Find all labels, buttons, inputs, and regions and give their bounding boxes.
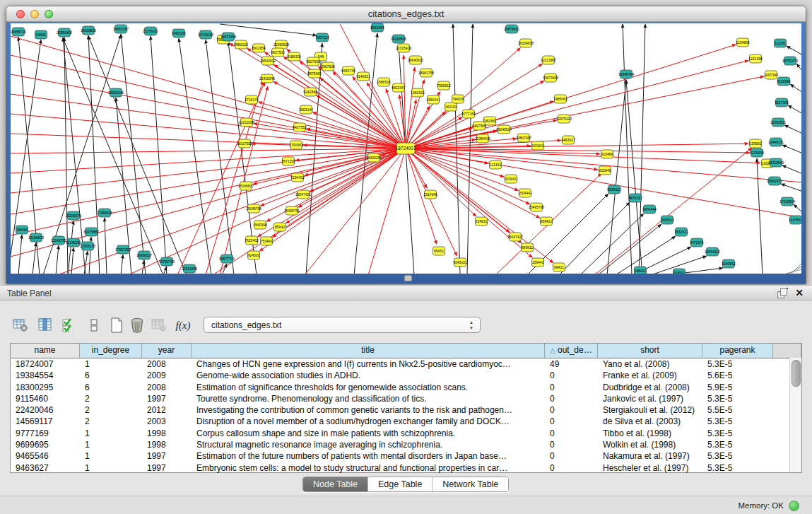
graph-node-yellow[interactable]: 85942 <box>274 223 286 231</box>
citation-edge-red[interactable] <box>312 112 406 148</box>
table-cell[interactable]: 5.3E-5 <box>702 393 773 404</box>
graph-node-teal[interactable]: 9245652 <box>722 259 736 268</box>
table-row[interactable]: 946362711997Embryonic stem cells: a mode… <box>11 462 801 474</box>
citation-edge[interactable] <box>787 46 801 55</box>
column-header-title[interactable]: title <box>192 344 545 358</box>
table-cell[interactable]: 9699695 <box>11 439 80 450</box>
graph-node-yellow[interactable]: 1504441 <box>518 189 532 197</box>
table-cell[interactable]: 5.3E-5 <box>702 358 773 370</box>
graph-node-teal[interactable]: 15276021 <box>143 27 158 35</box>
graph-node-yellow[interactable]: 7625402 <box>245 236 259 245</box>
column-header-in_degree[interactable]: in_degree <box>80 344 142 358</box>
graph-node-yellow[interactable]: 9242848 <box>303 88 317 96</box>
tab-edge-table[interactable]: Edge Table <box>368 477 433 491</box>
graph-node-teal[interactable]: 8471676 <box>690 238 704 247</box>
graph-node-teal[interactable]: 8215938 <box>750 148 764 157</box>
graph-node-yellow[interactable]: 9827505 <box>271 48 285 57</box>
graph-node-teal[interactable]: 20891406 <box>57 28 72 37</box>
graph-node-yellow[interactable]: 16154838 <box>518 39 534 47</box>
table-cell[interactable]: 1 <box>80 450 142 462</box>
graph-node-yellow[interactable]: 2803144 <box>299 105 313 114</box>
graph-node-yellow[interactable]: 156441 <box>532 258 544 267</box>
graph-node-teal[interactable]: 15892971 <box>767 177 782 185</box>
citation-edge-red[interactable] <box>406 100 416 148</box>
graph-node-yellow[interactable]: 1097349 <box>764 71 778 79</box>
table-cell[interactable]: 22420046 <box>11 404 80 416</box>
graph-node-teal[interactable]: 10653287 <box>113 25 129 33</box>
graph-node-yellow[interactable]: 6497568 <box>472 122 486 130</box>
graph-node-teal[interactable]: 12444131 <box>768 138 784 146</box>
citation-edge[interactable] <box>121 255 123 274</box>
table-cell[interactable]: 2009 <box>142 370 192 381</box>
graph-node-yellow[interactable]: 7485063 <box>553 95 567 103</box>
table-cell[interactable]: 1997 <box>142 450 192 462</box>
graph-node-teal[interactable]: 16648784 <box>618 70 634 78</box>
graph-node-yellow[interactable]: 621601 <box>532 141 544 150</box>
graph-node-yellow[interactable]: 859421 <box>541 217 553 226</box>
citation-edge[interactable] <box>784 125 801 134</box>
table-header-row[interactable]: namein_degreeyeartitle△out_de…shortpager… <box>11 344 801 358</box>
graph-hub-node[interactable]: 18724007 <box>396 143 416 154</box>
graph-node-teal[interactable]: 14671358 <box>220 33 236 41</box>
table-cell[interactable]: Yano et al. (2008) <box>598 358 702 370</box>
citation-edge[interactable] <box>68 221 73 274</box>
table-cell[interactable]: Corpus callosum shape and size in male p… <box>192 428 545 439</box>
graph-node-yellow[interactable]: 15495798 <box>529 203 544 211</box>
scrollbar-thumb[interactable] <box>792 360 801 387</box>
table-cell[interactable]: Wolkin et al. (1998) <box>598 439 702 450</box>
graph-node-yellow[interactable]: 22420046 <box>259 74 275 83</box>
resize-grip-icon[interactable] <box>786 269 801 274</box>
select-all-icon[interactable] <box>59 316 78 334</box>
citation-edge-red[interactable] <box>11 148 406 173</box>
graph-node-yellow[interactable]: 15495791 <box>284 206 300 215</box>
table-cell[interactable]: 19384554 <box>11 370 80 381</box>
graph-node-teal[interactable]: 17016504 <box>779 197 795 206</box>
graph-node-yellow[interactable]: 8186328 <box>287 52 301 61</box>
table-cell[interactable]: 2008 <box>142 358 192 370</box>
graph-node-yellow[interactable]: 12213987 <box>541 56 556 64</box>
table-cell[interactable]: Disruption of a novel member of a sodium… <box>192 416 545 427</box>
table-cell[interactable]: 6 <box>80 370 142 381</box>
table-cell[interactable]: 18300295 <box>11 382 80 393</box>
table-cell[interactable]: 5.3E-5 <box>702 428 773 439</box>
import-table-icon[interactable] <box>150 316 168 334</box>
table-cell[interactable]: Structural magnetic resonance image aver… <box>192 439 545 450</box>
graph-node-teal[interactable]: 17959928 <box>97 209 112 217</box>
table-settings-icon[interactable] <box>11 316 30 334</box>
graph-node-yellow[interactable]: 16047427 <box>507 233 523 241</box>
graph-node-yellow[interactable]: 9146821 <box>356 72 370 81</box>
graph-node-teal[interactable]: 12142757 <box>51 236 66 245</box>
graph-node-teal[interactable]: 12505135 <box>80 242 95 250</box>
graph-node-teal[interactable]: 7857224 <box>315 33 329 42</box>
graph-node-teal[interactable]: 30975887 <box>83 228 99 236</box>
graph-node-yellow[interactable]: 8427552 <box>293 123 307 132</box>
table-cell[interactable]: 0 <box>545 404 598 416</box>
table-cell[interactable]: 18724007 <box>11 358 80 370</box>
table-cell[interactable]: 0 <box>545 462 598 474</box>
citation-edge[interactable] <box>467 24 473 274</box>
citation-edge-red[interactable] <box>11 114 406 148</box>
graph-node-teal[interactable]: 2935114 <box>660 216 673 224</box>
graph-node-yellow[interactable]: 7234402 <box>290 173 305 182</box>
graph-node-teal[interactable]: 14055724 <box>11 28 26 36</box>
table-cell[interactable]: 14569117 <box>11 416 80 427</box>
citation-network-graph[interactable]: 5469827508296760899756858454749914682115… <box>11 23 801 274</box>
table-cell[interactable]: Investigating the contribution of common… <box>192 404 545 416</box>
table-cell[interactable]: 2 <box>80 416 142 427</box>
table-cell[interactable]: Estimation of significance thresholds fo… <box>192 382 545 393</box>
table-cell[interactable]: Nakamura et al. (1997) <box>598 450 702 462</box>
column-header-out_de[interactable]: △out_de… <box>545 344 598 358</box>
graph-node-teal[interactable]: 20206576 <box>66 211 81 220</box>
citation-edge[interactable] <box>757 158 763 274</box>
table-cell[interactable]: 0 <box>545 428 598 439</box>
table-row[interactable]: 946554611997Estimation of the future num… <box>11 450 801 462</box>
vertical-scrollbar[interactable] <box>789 358 801 472</box>
table-cell[interactable]: 5.3E-5 <box>702 462 773 474</box>
graph-node-yellow[interactable]: 1700652 <box>289 141 303 149</box>
citation-edge[interactable] <box>105 218 107 274</box>
graph-node-yellow[interactable]: 16961758 <box>418 69 434 77</box>
graph-node-teal[interactable]: 19218506 <box>391 35 406 43</box>
table-cell[interactable]: 6 <box>80 382 142 393</box>
citation-edge-red[interactable] <box>11 36 406 148</box>
tab-network-table[interactable]: Network Table <box>433 477 508 491</box>
